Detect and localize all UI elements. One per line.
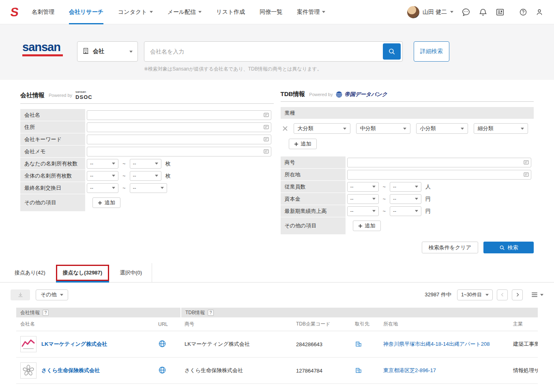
website-globe-icon[interactable] [158, 340, 166, 349]
range-max-select[interactable]: -- [390, 194, 421, 204]
help-badge-icon[interactable]: ? [208, 310, 214, 316]
help-badge-icon[interactable]: ? [43, 310, 49, 316]
download-button[interactable] [11, 289, 30, 300]
brand-underline [22, 54, 63, 56]
account-icon[interactable] [535, 8, 543, 16]
add-field-button[interactable]: 追加 [353, 221, 381, 231]
help-icon[interactable] [519, 8, 527, 16]
form-row-company-name: 会社名 [20, 109, 274, 121]
company-logo [20, 336, 37, 352]
col-trade-name: 商号 [180, 321, 292, 328]
detail-class-select[interactable]: 細分類 [474, 123, 528, 134]
caret-down-icon [372, 210, 376, 212]
middle-class-select[interactable]: 中分類 [356, 123, 410, 134]
nav-item-cards[interactable]: 名刺管理 [32, 0, 54, 24]
field-label: 所在地 [281, 169, 346, 180]
tdb-form: TDB情報 Powered by 帝国データバンク 業種 大分類 中分類 小分類… [281, 90, 534, 253]
range-min-select[interactable]: -- [347, 206, 379, 216]
company-name-link[interactable]: さくら生命保険株式会社 [41, 367, 100, 374]
memo-input[interactable] [87, 147, 271, 156]
user-menu[interactable]: 山田 健二 [407, 6, 453, 18]
sansan-form-title: 会社情報 [20, 92, 45, 99]
caret-down-icon [150, 11, 153, 13]
range-max-select[interactable]: -- [390, 206, 421, 216]
tilde: ~ [383, 184, 386, 190]
input-helper-icon[interactable] [263, 112, 269, 118]
range-max-select[interactable]: -- [130, 159, 161, 169]
table-row: LKマーケティング株式会社 LKマーケティング株式会社 284286643 神奈… [16, 331, 538, 358]
range-min-select[interactable]: -- [347, 182, 379, 192]
nav-item-deals[interactable]: 案件管理 [297, 0, 325, 24]
company-name-input[interactable] [87, 110, 271, 120]
nav-item-mail[interactable]: メール配信 [167, 0, 202, 24]
range-min-select[interactable]: -- [347, 194, 379, 204]
company-name-link[interactable]: LKマーケティング株式会社 [41, 341, 107, 348]
website-globe-icon[interactable] [158, 366, 166, 375]
search-button[interactable] [383, 43, 401, 60]
location-input[interactable] [347, 170, 532, 180]
bell-icon[interactable] [479, 8, 487, 17]
range-min-select[interactable]: -- [87, 159, 118, 169]
view-options-button[interactable] [531, 291, 543, 298]
clear-conditions-button[interactable]: 検索条件をクリア [422, 242, 478, 253]
form-row-address: 住所 [20, 121, 274, 133]
nav-item-company-research[interactable]: 会社リサーチ [69, 0, 103, 24]
caret-down-icon [112, 163, 115, 165]
trade-name-cell: さくら生命保険株式会社 [180, 367, 292, 374]
trade-name-input[interactable] [347, 158, 532, 167]
page-range-select[interactable]: 1~30件目 [457, 289, 493, 300]
input-helper-icon[interactable] [263, 124, 269, 130]
input-helper-icon[interactable] [523, 159, 529, 165]
industry-classification-row: 大分類 中分類 小分類 細分類 [281, 122, 534, 138]
partner-building-icon[interactable] [355, 340, 362, 349]
nav-item-list[interactable]: リスト作成 [216, 0, 245, 24]
chat-icon[interactable] [462, 8, 470, 17]
field-label: 会社名 [20, 109, 85, 121]
advanced-search-button[interactable]: 詳細検索 [414, 41, 449, 62]
avatar [407, 6, 419, 18]
partner-building-icon[interactable] [355, 366, 362, 375]
tilde: ~ [383, 196, 386, 202]
tab-has-contact[interactable]: 接点あり(42) [8, 263, 52, 283]
form-search-button[interactable]: 検索 [483, 242, 534, 253]
other-actions-button[interactable]: その他 [36, 289, 68, 300]
sansan-form: 会社情報 Powered by sansan DSOC 会社名 住所 [20, 90, 274, 253]
add-field-button[interactable]: 追加 [92, 197, 120, 208]
range-max-select[interactable]: -- [130, 183, 167, 193]
company-search-input[interactable] [144, 41, 403, 62]
tilde: ~ [383, 208, 386, 214]
table-column-headers: 会社名 URL 商号 TDB企業コード 取引先 所在地 主業 [16, 317, 538, 331]
search-category-select[interactable]: 会社 [77, 41, 138, 62]
keyword-input[interactable] [87, 135, 271, 144]
plus-icon [294, 142, 298, 146]
news-icon[interactable] [496, 8, 505, 17]
range-max-select[interactable]: -- [390, 182, 421, 192]
add-classification-button[interactable]: 追加 [289, 139, 317, 149]
caret-down-icon [343, 128, 346, 130]
remove-icon[interactable] [282, 126, 288, 131]
nav-item-colleagues[interactable]: 同僚一覧 [260, 0, 282, 24]
prev-page-button[interactable] [497, 289, 508, 300]
input-helper-icon[interactable] [263, 136, 269, 142]
sakura-flower-logo [22, 364, 35, 377]
input-helper-icon[interactable] [263, 148, 269, 154]
field-label: あなたの名刺所有枚数 [20, 158, 85, 169]
tab-selected[interactable]: 選択中(0) [113, 263, 148, 283]
location-link[interactable]: 東京都港区芝2-896-17 [383, 367, 436, 373]
major-class-select[interactable]: 大分類 [294, 123, 350, 134]
location-link[interactable]: 神奈川県平塚市出縄4-18-14出縄アパート208 [383, 341, 490, 347]
next-page-button[interactable] [512, 289, 523, 300]
sansan-logo-icon[interactable]: S [10, 5, 20, 19]
list-view-icon [531, 291, 538, 298]
nav-item-contact[interactable]: コンタクト [118, 0, 153, 24]
address-input[interactable] [87, 122, 271, 132]
range-max-select[interactable]: -- [130, 171, 161, 181]
field-label: 従業員数 [281, 181, 346, 193]
minor-class-select[interactable]: 小分類 [416, 123, 468, 134]
range-min-select[interactable]: -- [87, 171, 118, 181]
tab-no-contact[interactable]: 接点なし(32987) [56, 265, 109, 281]
range-min-select[interactable]: -- [87, 183, 118, 193]
chevron-left-icon [500, 292, 505, 297]
caret-down-icon [415, 210, 418, 212]
input-helper-icon[interactable] [523, 171, 529, 178]
